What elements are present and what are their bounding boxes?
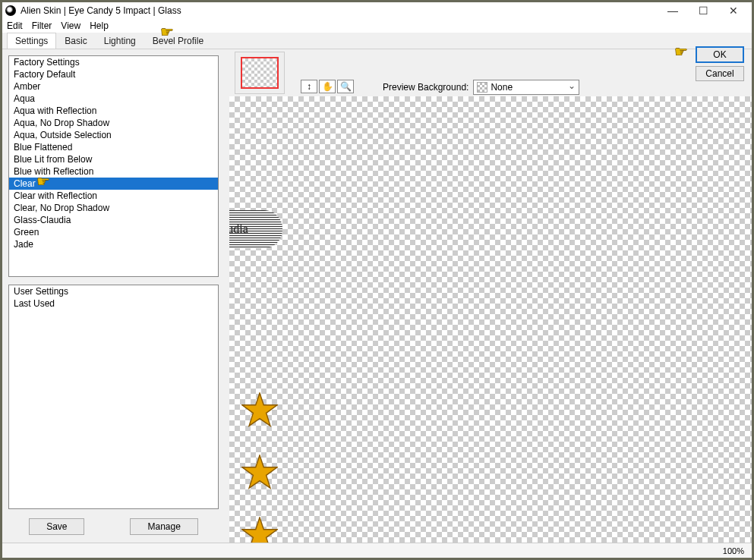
svg-marker-2 bbox=[242, 518, 277, 543]
list-item[interactable]: Amber bbox=[9, 80, 218, 93]
preview-background-select[interactable]: None bbox=[473, 80, 579, 95]
list-item[interactable]: Green bbox=[9, 226, 218, 238]
list-item[interactable]: Aqua with Reflection bbox=[9, 105, 218, 117]
pointer-icon bbox=[674, 47, 692, 59]
list-item[interactable]: Factory Default bbox=[9, 68, 218, 80]
tab-settings[interactable]: Settings bbox=[7, 33, 56, 49]
menu-filter[interactable]: Filter bbox=[32, 20, 52, 31]
zoom-level: 100% bbox=[723, 546, 744, 555]
preview-background-value: None bbox=[491, 82, 513, 93]
pointer-icon bbox=[160, 27, 178, 39]
list-item[interactable]: Aqua, No Drop Shadow bbox=[9, 117, 218, 129]
factory-settings-list[interactable]: Factory Settings Factory Default Amber A… bbox=[8, 55, 219, 277]
pointer-icon bbox=[36, 177, 55, 189]
preview-toolbar: ↕ ✋ 🔍 Preview Background: None OK Cancel bbox=[225, 49, 752, 95]
star-shape bbox=[241, 455, 278, 491]
ok-button[interactable]: OK bbox=[696, 46, 744, 63]
list-item[interactable]: Jade bbox=[9, 238, 218, 250]
status-bar: 100% bbox=[2, 543, 752, 558]
list-item[interactable]: Clear with Reflection bbox=[9, 190, 218, 202]
tool-icons: ↕ ✋ 🔍 bbox=[301, 80, 354, 93]
manage-button[interactable]: Manage bbox=[130, 518, 197, 535]
tab-basic[interactable]: Basic bbox=[56, 33, 95, 49]
cancel-button[interactable]: Cancel bbox=[696, 66, 744, 81]
preview-background-label: Preview Background: bbox=[383, 82, 468, 93]
preview-background-row: Preview Background: None bbox=[383, 80, 579, 95]
transparency-swatch-icon bbox=[477, 82, 487, 93]
title-bar: Alien Skin | Eye Candy 5 Impact | Glass … bbox=[2, 2, 752, 19]
user-settings-list[interactable]: User Settings Last Used bbox=[8, 285, 219, 509]
list-item-label: Clear bbox=[14, 178, 36, 189]
list-item[interactable]: Glass-Claudia bbox=[9, 214, 218, 226]
tab-bar: Settings Basic Lighting Bevel Profile bbox=[2, 33, 752, 49]
watermark: Claudia bbox=[229, 210, 282, 248]
svg-marker-1 bbox=[242, 455, 277, 488]
close-button[interactable]: ✕ bbox=[718, 2, 749, 19]
star-shape bbox=[241, 517, 278, 543]
save-button[interactable]: Save bbox=[29, 518, 84, 535]
app-icon bbox=[5, 5, 16, 16]
list-item[interactable]: Blue Flattened bbox=[9, 141, 218, 153]
zoom-tool-icon[interactable]: 🔍 bbox=[337, 80, 354, 93]
menu-view[interactable]: View bbox=[61, 20, 80, 31]
preview-thumbnail[interactable] bbox=[235, 52, 284, 93]
dialog-buttons: OK Cancel bbox=[696, 46, 744, 81]
settings-panel: Factory Settings Factory Default Amber A… bbox=[2, 49, 225, 543]
preview-canvas[interactable]: Claudia bbox=[229, 96, 752, 543]
preview-area: ↕ ✋ 🔍 Preview Background: None OK Cancel bbox=[225, 49, 752, 543]
list-header: Factory Settings bbox=[9, 56, 218, 68]
list-header: User Settings bbox=[9, 285, 218, 297]
list-item[interactable]: Blue Lit from Below bbox=[9, 153, 218, 165]
menu-edit[interactable]: Edit bbox=[7, 20, 23, 31]
list-item[interactable]: Aqua bbox=[9, 93, 218, 105]
list-item[interactable]: Aqua, Outside Selection bbox=[9, 129, 218, 141]
tab-lighting[interactable]: Lighting bbox=[96, 33, 144, 49]
list-item[interactable]: Clear, No Drop Shadow bbox=[9, 202, 218, 214]
list-item[interactable]: Last Used bbox=[9, 297, 218, 310]
maximize-button[interactable]: ☐ bbox=[688, 2, 718, 19]
move-tool-icon[interactable]: ↕ bbox=[301, 80, 317, 93]
menu-help[interactable]: Help bbox=[90, 20, 109, 31]
ok-label: OK bbox=[713, 49, 726, 60]
list-item-selected[interactable]: Clear bbox=[9, 178, 218, 190]
settings-buttons: Save Manage bbox=[8, 517, 219, 536]
svg-marker-0 bbox=[242, 393, 277, 426]
window-title: Alien Skin | Eye Candy 5 Impact | Glass bbox=[21, 5, 181, 16]
minimize-button[interactable]: — bbox=[658, 2, 688, 19]
menu-bar: Edit Filter View Help bbox=[2, 19, 752, 33]
hand-tool-icon[interactable]: ✋ bbox=[319, 80, 336, 93]
window-controls: — ☐ ✕ bbox=[658, 2, 749, 19]
star-shape bbox=[241, 392, 278, 429]
